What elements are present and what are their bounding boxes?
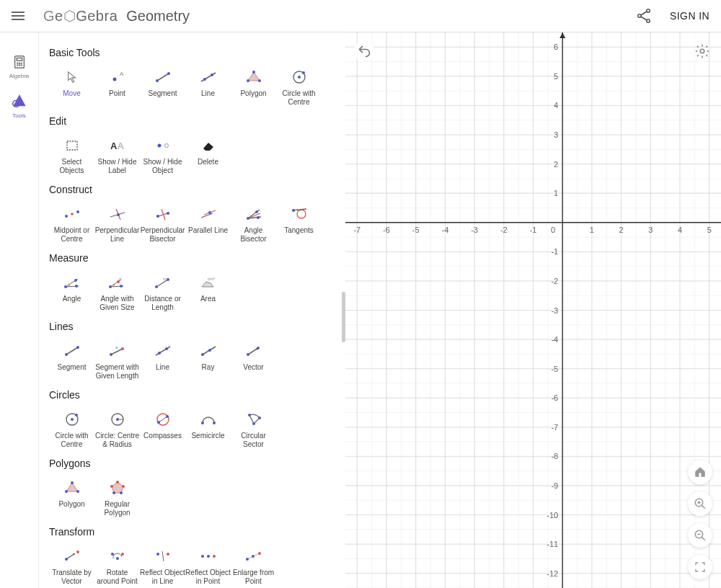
tool-parallel-line[interactable]: Parallel Line [185, 202, 231, 246]
svg-point-119 [111, 553, 114, 556]
tool-vector[interactable]: Vector [231, 339, 276, 383]
svg-text:A: A [120, 71, 124, 77]
tool-sector[interactable]: Circular Sector [231, 408, 276, 452]
svg-text:a: a [115, 345, 118, 349]
svg-point-128 [246, 558, 249, 561]
tool-tangents[interactable]: Tangents [276, 202, 322, 246]
undo-button[interactable] [354, 41, 374, 61]
svg-text:cm²: cm² [208, 277, 215, 281]
tool-angle[interactable]: Angle [49, 271, 94, 315]
svg-point-106 [76, 490, 79, 493]
svg-rect-30 [67, 141, 77, 150]
svg-point-100 [213, 422, 216, 424]
svg-marker-229 [559, 32, 565, 38]
zoom-in-icon [694, 497, 707, 510]
tool-segment-2[interactable]: Segment [49, 339, 94, 383]
svg-text:4: 4 [554, 101, 558, 110]
svg-text:-10: -10 [547, 511, 558, 520]
svg-text:5: 5 [554, 72, 558, 81]
svg-text:-5: -5 [412, 226, 420, 234]
svg-line-267 [702, 537, 705, 540]
tool-segment-length[interactable]: a Segment with Given Length [94, 339, 140, 383]
svg-point-35 [71, 213, 74, 215]
section-construct: Construct [49, 184, 338, 195]
svg-point-45 [208, 211, 211, 214]
angle-icon [60, 274, 84, 291]
angle-bisector-icon [242, 205, 266, 223]
svg-point-58 [74, 279, 77, 282]
svg-line-4 [641, 17, 647, 20]
tool-point[interactable]: A Point [94, 66, 140, 110]
show-hide-object-icon [151, 137, 175, 154]
svg-point-122 [156, 553, 159, 556]
tool-polygon[interactable]: Polygon [231, 66, 276, 110]
zoom-out-button[interactable] [688, 523, 712, 548]
svg-text:-6: -6 [551, 393, 558, 402]
graph-canvas[interactable]: -7-6-5-4-3-2-1012345654321-1-2-3-4-5-6-7… [345, 32, 721, 588]
tool-line[interactable]: Line [185, 66, 231, 110]
tool-rotate[interactable]: Rotate around Point [94, 545, 140, 588]
sector-icon [242, 411, 266, 428]
svg-point-83 [201, 353, 204, 356]
rail-tools[interactable]: Tools [0, 94, 38, 119]
svg-line-96 [159, 416, 167, 422]
svg-point-123 [167, 553, 169, 556]
tool-show-hide-object[interactable]: Show / Hide Object [140, 134, 185, 178]
svg-text:3: 3 [648, 226, 653, 234]
svg-line-17 [157, 74, 169, 81]
tool-select-objects[interactable]: Select Objects [49, 134, 94, 178]
fullscreen-button[interactable] [688, 555, 712, 579]
tool-line-2[interactable]: Line [140, 339, 185, 383]
svg-point-118 [116, 557, 119, 560]
share-icon[interactable] [635, 7, 653, 24]
tool-midpoint[interactable]: Midpoint or Centre [49, 202, 94, 246]
tool-segment[interactable]: Segment [140, 66, 185, 110]
menu-icon[interactable] [12, 7, 29, 24]
svg-point-80 [158, 352, 161, 355]
tools-panel[interactable]: Basic Tools Move A Point Segment Line Po… [39, 32, 345, 588]
tool-move[interactable]: Move [49, 66, 94, 110]
tool-perpendicular-line[interactable]: Perpendicular Line [94, 202, 140, 246]
vector-icon [242, 342, 266, 360]
tool-delete[interactable]: Delete [185, 134, 231, 178]
svg-line-76 [111, 349, 123, 355]
tool-translate[interactable]: Translate by Vector [49, 545, 94, 588]
tool-angle-size[interactable]: α Angle with Given Size [94, 271, 140, 315]
tool-regular-polygon[interactable]: Regular Polygon [94, 476, 140, 520]
circle-icon [287, 68, 311, 86]
svg-text:-1: -1 [530, 226, 537, 234]
rail-algebra[interactable]: Algebra [0, 54, 38, 79]
tool-compasses[interactable]: Compasses [140, 408, 185, 452]
tool-semicircle[interactable]: Semicircle [185, 408, 231, 452]
zoom-in-button[interactable] [688, 491, 712, 516]
tool-reflect-point[interactable]: Reflect Object in Point [185, 545, 231, 588]
svg-point-8 [19, 63, 19, 63]
svg-point-50 [255, 210, 258, 213]
page-title: Geometry [126, 8, 190, 24]
svg-text:-5: -5 [551, 365, 558, 373]
svg-text:-11: -11 [547, 540, 558, 548]
tool-circle-centre[interactable]: Circle with Centre [276, 66, 322, 110]
svg-point-102 [248, 414, 251, 416]
home-button[interactable] [688, 460, 712, 484]
svg-point-25 [258, 79, 261, 82]
tool-circle-centre-2[interactable]: Circle with Centre [49, 408, 94, 452]
compass-icon [151, 411, 175, 428]
line-icon [151, 342, 175, 360]
graph-float-controls [688, 460, 712, 579]
tool-circle-radius[interactable]: Circle: Centre & Radius [94, 408, 140, 452]
svg-point-24 [252, 71, 255, 74]
tool-area[interactable]: cm² Area [185, 271, 231, 315]
tool-ray[interactable]: Ray [185, 339, 231, 383]
tool-show-hide-label[interactable]: AA Show / Hide Label [94, 134, 140, 178]
tool-enlarge[interactable]: Enlarge from Point [231, 545, 276, 588]
svg-text:α: α [119, 277, 122, 281]
sign-in-button[interactable]: SIGN IN [670, 10, 709, 22]
tool-distance[interactable]: cm Distance or Length [140, 271, 185, 315]
graph-settings-button[interactable] [692, 41, 712, 61]
area-icon: cm² [196, 274, 221, 291]
tool-reflect-line[interactable]: Reflect Object in Line [140, 545, 185, 588]
tool-angle-bisector[interactable]: Angle Bisector [231, 202, 276, 246]
tool-polygon-2[interactable]: Polygon [49, 476, 94, 520]
tool-perpendicular-bisector[interactable]: Perpendicular Bisector [140, 202, 185, 246]
